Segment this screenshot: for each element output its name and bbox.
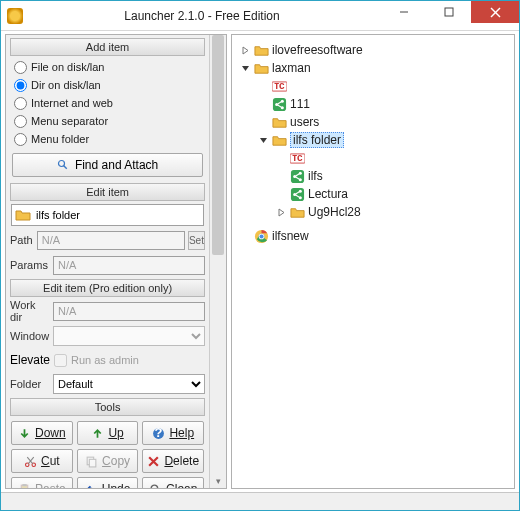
path-input (37, 231, 185, 250)
tree-node-label: ilovefreesoftware (272, 43, 363, 57)
share-icon (290, 169, 305, 184)
tree-node-label: Ug9Hcl28 (308, 205, 361, 219)
radio-separator-label: Menu separator (31, 115, 108, 127)
tree-node-label: Lectura (308, 187, 348, 201)
svg-line-5 (64, 166, 67, 169)
folder-icon (254, 61, 269, 76)
app-window: Launcher 2.1.0 - Free Edition Add item F… (0, 0, 520, 511)
find-attach-button[interactable]: Find and Attach (12, 153, 203, 177)
window-controls (381, 1, 519, 23)
expand-icon[interactable] (240, 45, 251, 56)
radio-internet[interactable]: Internet and web (10, 94, 205, 112)
radio-folder-label: Menu folder (31, 133, 89, 145)
tree-pane[interactable]: ilovefreesoftwarelaxmanтс111usersilfs fo… (231, 34, 515, 489)
tree-node[interactable]: ilfsnew (236, 227, 510, 245)
tree-node[interactable]: Lectura (236, 185, 510, 203)
undo-icon (85, 483, 98, 489)
tree-node[interactable]: тс (236, 149, 510, 167)
section-edit-item: Edit item (10, 183, 205, 201)
tree-node[interactable]: users (236, 113, 510, 131)
svg-text:тс: тс (292, 153, 303, 163)
left-pane: Add item File on disk/lan Dir on disk/la… (5, 34, 227, 489)
cut-button[interactable]: Cut (11, 449, 73, 473)
tree-node[interactable]: ilfs folder (236, 131, 510, 149)
copy-button[interactable]: Copy (77, 449, 139, 473)
radio-file-input[interactable] (14, 61, 27, 74)
svg-point-14 (151, 485, 158, 488)
run-admin-checkbox (54, 354, 67, 367)
minimize-button[interactable] (381, 1, 426, 23)
folder-select[interactable]: Default (53, 374, 205, 394)
expand-icon[interactable] (276, 207, 287, 218)
svg-text:?: ? (155, 427, 163, 440)
svg-rect-24 (291, 169, 304, 182)
radio-folder[interactable]: Menu folder (10, 130, 205, 148)
elevate-row: Elevate Run as admin (10, 350, 205, 370)
section-add-item: Add item (10, 38, 205, 56)
down-button[interactable]: Down (11, 421, 73, 445)
workdir-label: Work dir (10, 299, 50, 323)
tree-node[interactable]: ilovefreesoftware (236, 41, 510, 59)
tree-node[interactable]: ilfs (236, 167, 510, 185)
radio-dir-input[interactable] (14, 79, 27, 92)
folder-row: Folder Default (10, 373, 205, 395)
folder-label: Folder (10, 378, 50, 390)
window-select (53, 326, 205, 346)
scrollbar-thumb[interactable] (212, 35, 224, 255)
radio-file[interactable]: File on disk/lan (10, 58, 205, 76)
undo-label: Undo (102, 482, 131, 488)
svg-point-35 (259, 234, 263, 238)
path-label: Path (10, 234, 34, 246)
clean-button[interactable]: Clean (142, 477, 204, 488)
tree-node[interactable]: тс (236, 77, 510, 95)
folder-icon (290, 205, 305, 220)
folder-icon (272, 133, 287, 148)
find-attach-label: Find and Attach (75, 158, 158, 172)
radio-dir-label: Dir on disk/lan (31, 79, 101, 91)
collapse-icon[interactable] (258, 135, 269, 146)
name-field-wrap[interactable] (11, 204, 204, 226)
scroll-down-icon[interactable]: ▾ (210, 476, 226, 486)
svg-rect-18 (273, 97, 286, 110)
tree-node[interactable]: 111 (236, 95, 510, 113)
chrome-icon (254, 229, 269, 244)
close-button[interactable] (471, 1, 519, 23)
cut-label: Cut (41, 454, 60, 468)
app-icon (7, 8, 23, 24)
paste-button[interactable]: Paste (11, 477, 73, 488)
tc-icon: тс (272, 79, 287, 94)
radio-separator[interactable]: Menu separator (10, 112, 205, 130)
tree-node[interactable]: laxman (236, 59, 510, 77)
radio-folder-input[interactable] (14, 133, 27, 146)
up-button[interactable]: Up (77, 421, 139, 445)
tree-node-label: ilfs folder (290, 132, 344, 148)
status-bar (1, 492, 519, 510)
svg-text:тс: тс (274, 81, 285, 91)
svg-rect-11 (89, 459, 96, 467)
folder-icon (272, 115, 287, 130)
name-input[interactable] (34, 206, 203, 224)
delete-button[interactable]: Delete (142, 449, 204, 473)
folder-tree[interactable]: ilovefreesoftwarelaxmanтс111usersilfs fo… (236, 41, 510, 245)
radio-separator-input[interactable] (14, 115, 27, 128)
titlebar[interactable]: Launcher 2.1.0 - Free Edition (1, 1, 519, 31)
help-button[interactable]: ?Help (142, 421, 204, 445)
up-label: Up (108, 426, 123, 440)
maximize-button[interactable] (426, 1, 471, 23)
window-row: Window (10, 325, 205, 347)
down-label: Down (35, 426, 66, 440)
params-input (53, 256, 205, 275)
radio-file-label: File on disk/lan (31, 61, 104, 73)
tree-node[interactable]: Ug9Hcl28 (236, 203, 510, 221)
collapse-icon[interactable] (240, 63, 251, 74)
folder-icon (15, 207, 31, 223)
radio-internet-input[interactable] (14, 97, 27, 110)
undo-button[interactable]: Undo (77, 477, 139, 488)
radio-dir[interactable]: Dir on disk/lan (10, 76, 205, 94)
help-icon: ? (152, 427, 165, 440)
window-label: Window (10, 330, 50, 342)
radio-internet-label: Internet and web (31, 97, 113, 109)
left-scrollbar[interactable]: ▾ (209, 35, 226, 488)
set-button[interactable]: Set (188, 231, 205, 250)
tree-node-label: 111 (290, 97, 310, 111)
